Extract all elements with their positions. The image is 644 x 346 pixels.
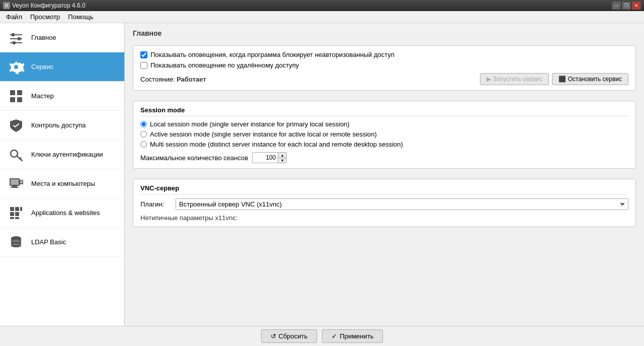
plugin-select[interactable]: Встроенный сервер VNC (x11vnc) xyxy=(176,198,628,210)
radio-local-label: Local session mode (single server instan… xyxy=(150,120,350,128)
database-icon xyxy=(7,233,25,251)
sidebar-item-service-label: Сервис xyxy=(31,63,54,71)
plugin-row: Плагин: Встроенный сервер VNC (x11vnc) xyxy=(140,198,628,210)
sidebar-item-main-label: Главное xyxy=(31,34,56,41)
computer-icon xyxy=(7,175,25,193)
close-button[interactable]: ✕ xyxy=(632,2,641,10)
menu-file[interactable]: Файл xyxy=(2,12,26,22)
apply-label: Применить xyxy=(340,332,373,340)
titlebar: ⚙ Veyon Конфигуратор 4.6.0 ─ ❐ ✕ xyxy=(0,0,644,11)
titlebar-title: Veyon Конфигуратор 4.6.0 xyxy=(12,2,86,9)
sidebar-item-service[interactable]: Сервис xyxy=(0,52,124,82)
content-area: Главное Показывать оповещения, когда про… xyxy=(125,23,644,326)
minimize-button[interactable]: ─ xyxy=(612,2,621,10)
sidebar-item-auth-keys[interactable]: Ключи аутентификации xyxy=(0,140,124,169)
session-mode-title: Session mode xyxy=(140,106,628,116)
checkbox-row-1: Показывать оповещения, когда программа б… xyxy=(140,51,628,58)
svg-rect-21 xyxy=(11,187,19,188)
sidebar-item-main[interactable]: Главное xyxy=(0,23,124,52)
sidebar-item-apps-websites[interactable]: Applications & websites xyxy=(0,198,124,228)
svg-point-3 xyxy=(18,37,21,40)
apps-icon xyxy=(7,204,25,222)
reset-label: Сбросить xyxy=(279,332,308,340)
stop-service-button[interactable]: ⬛ Остановить сервис xyxy=(552,73,628,85)
session-mode-panel: Session mode Local session mode (single … xyxy=(133,101,636,169)
svg-rect-19 xyxy=(11,179,19,185)
gear-icon xyxy=(7,58,25,76)
radio-local-session[interactable] xyxy=(140,121,147,127)
status-label: Состояние: xyxy=(140,76,175,83)
status-value: Работает xyxy=(177,76,206,83)
start-service-label: Запустить сервис xyxy=(493,76,542,83)
svg-rect-27 xyxy=(20,207,22,211)
status-row: Состояние: Работает ▶ Запустить сервис ⬛… xyxy=(140,73,628,85)
svg-rect-28 xyxy=(10,212,14,216)
sidebar: Главное Сервис xyxy=(0,23,125,326)
sidebar-item-master-label: Мастер xyxy=(31,92,54,100)
grid-icon xyxy=(7,87,25,105)
svg-point-6 xyxy=(13,41,16,44)
radio-multi-label: Multi session mode (distinct server inst… xyxy=(150,141,403,148)
menubar: Файл Просмотр Помощь xyxy=(0,11,644,23)
svg-rect-26 xyxy=(15,207,19,211)
max-sessions-row: Максимальное количество сеансов ▲ ▼ xyxy=(140,152,628,163)
start-service-button[interactable]: ▶ Запустить сервис xyxy=(480,73,549,85)
svg-rect-31 xyxy=(15,217,19,219)
key-icon xyxy=(7,146,25,164)
main-section-title: Главное xyxy=(133,29,636,37)
sidebar-item-locations[interactable]: Места и компьютеры xyxy=(0,169,124,198)
svg-point-10 xyxy=(14,65,18,69)
stop-icon: ⬛ xyxy=(558,76,566,83)
vnc-server-panel: VNC-сервер Плагин: Встроенный сервер VNC… xyxy=(133,179,636,227)
svg-rect-25 xyxy=(10,207,14,211)
stop-service-label: Остановить сервис xyxy=(568,76,622,83)
spinbox-down[interactable]: ▼ xyxy=(278,158,286,163)
sidebar-item-locations-label: Места и компьютеры xyxy=(31,180,95,187)
main-layout: Главное Сервис xyxy=(0,23,644,326)
restore-button[interactable]: ❐ xyxy=(622,2,631,10)
main-panel: Показывать оповещения, когда программа б… xyxy=(133,45,636,91)
apply-icon: ✓ xyxy=(332,332,337,340)
radio-multi-session[interactable] xyxy=(140,141,147,148)
bottombar: ↺ Сбросить ✓ Применить xyxy=(0,326,644,346)
checkbox-block-unauthorized-label: Показывать оповещения, когда программа б… xyxy=(150,51,394,58)
vnc-params-label: Нетипичные параметры x11vnc: xyxy=(140,214,628,222)
reset-button[interactable]: ↺ Сбросить xyxy=(261,329,317,343)
window-controls[interactable]: ─ ❐ ✕ xyxy=(612,2,641,10)
reset-icon: ↺ xyxy=(271,332,276,340)
titlebar-left: ⚙ Veyon Конфигуратор 4.6.0 xyxy=(3,2,86,9)
play-icon: ▶ xyxy=(487,76,491,83)
sidebar-item-access-control[interactable]: Контроль доступа xyxy=(0,111,124,140)
radio-row-active: Active session mode (single server insta… xyxy=(140,130,628,138)
checkbox-remote-access-label: Показывать оповещение по удалённому дост… xyxy=(150,61,299,69)
svg-rect-29 xyxy=(15,212,19,216)
menu-view[interactable]: Просмотр xyxy=(26,12,64,22)
svg-rect-20 xyxy=(12,186,17,187)
radio-row-multi: Multi session mode (distinct server inst… xyxy=(140,141,628,148)
plugin-label: Плагин: xyxy=(140,200,171,208)
app-icon: ⚙ xyxy=(3,2,10,9)
radio-row-local: Local session mode (single server instan… xyxy=(140,120,628,128)
svg-rect-14 xyxy=(17,97,22,102)
radio-active-session[interactable] xyxy=(140,131,147,137)
menu-help[interactable]: Помощь xyxy=(64,12,97,22)
sliders-icon xyxy=(7,29,25,47)
svg-point-24 xyxy=(21,184,22,185)
sidebar-item-ldap[interactable]: LDAP Basic xyxy=(0,228,124,257)
max-sessions-label: Максимальное количество сеансов xyxy=(140,154,248,162)
spinbox-arrows: ▲ ▼ xyxy=(278,153,286,163)
svg-point-0 xyxy=(12,33,15,36)
max-sessions-input[interactable] xyxy=(253,153,278,163)
sidebar-item-ldap-label: LDAP Basic xyxy=(31,238,66,246)
service-buttons: ▶ Запустить сервис ⬛ Остановить сервис xyxy=(480,73,628,85)
status-display: Состояние: Работает xyxy=(140,76,206,83)
spinbox-up[interactable]: ▲ xyxy=(278,153,286,158)
checkbox-remote-access[interactable] xyxy=(140,62,147,69)
checkbox-block-unauthorized[interactable] xyxy=(140,51,147,58)
sidebar-item-master[interactable]: Мастер xyxy=(0,82,124,111)
max-sessions-spinbox[interactable]: ▲ ▼ xyxy=(252,152,287,163)
shield-icon xyxy=(7,116,25,134)
svg-rect-11 xyxy=(10,90,15,95)
sidebar-item-access-label: Контроль доступа xyxy=(31,121,86,129)
apply-button[interactable]: ✓ Применить xyxy=(322,329,383,343)
